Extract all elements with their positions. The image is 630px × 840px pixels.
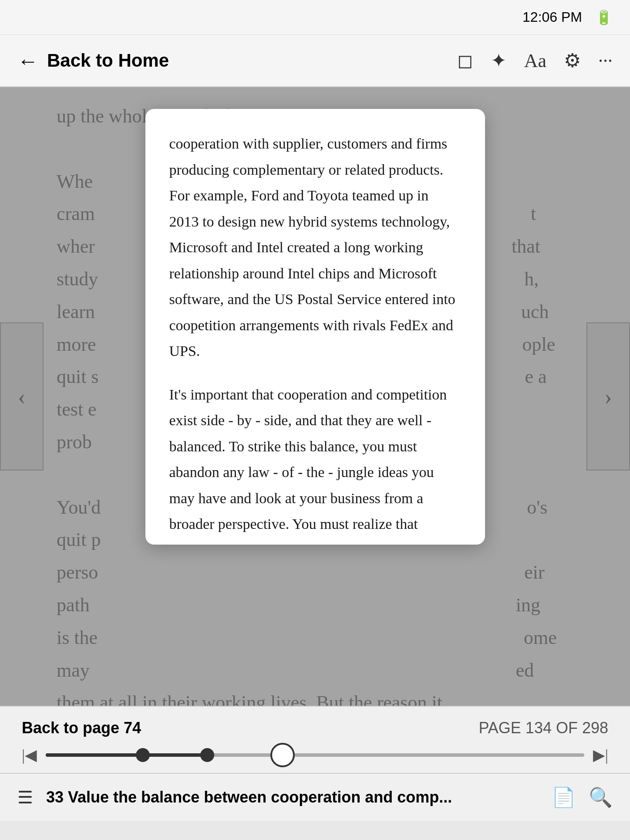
nav-bar: ← Back to Home ◻ ✦ Aa ⚙ ···	[0, 35, 630, 87]
chapter-bar: ☰ 33 Value the balance between cooperati…	[0, 773, 630, 821]
brightness-icon[interactable]: ✦	[491, 49, 507, 72]
more-options-icon[interactable]: ···	[598, 50, 613, 72]
bookmark-icon[interactable]: ◻	[457, 49, 473, 72]
nav-right: ◻ ✦ Aa ⚙ ···	[457, 49, 613, 72]
search-icon[interactable]: 🔍	[589, 786, 613, 809]
back-arrow-icon[interactable]: ←	[17, 49, 38, 73]
nav-left: ← Back to Home	[17, 49, 457, 73]
font-size-icon[interactable]: Aa	[524, 50, 546, 72]
popup-paragraph-2: It's important that cooperation and comp…	[169, 382, 461, 545]
reading-area: up the whole night before. Whe cram	[0, 87, 630, 706]
page-number-label: PAGE 134 OF 298	[479, 719, 609, 737]
slider-start-icon[interactable]: |◀	[22, 746, 37, 764]
slider-end-icon[interactable]: ▶|	[593, 746, 608, 764]
back-to-page-button[interactable]: Back to page 74	[22, 719, 141, 737]
page-info-row: Back to page 74 PAGE 134 OF 298	[0, 707, 630, 742]
slider-circle[interactable]	[270, 743, 295, 767]
status-bar: 12:06 PM 🔋	[0, 0, 630, 35]
back-to-home-label[interactable]: Back to Home	[47, 50, 169, 71]
bottom-bar: Back to page 74 PAGE 134 OF 298 |◀ ▶|	[0, 706, 630, 773]
chapter-title-label: 33 Value the balance between cooperation…	[46, 788, 539, 806]
popup-card: cooperation with supplier, customers and…	[145, 109, 485, 545]
slider-fill-1	[46, 753, 143, 757]
slider-track[interactable]	[46, 753, 584, 757]
note-icon[interactable]: 📄	[552, 786, 576, 809]
status-time: 12:06 PM	[522, 9, 582, 25]
toc-icon[interactable]: ☰	[17, 787, 33, 808]
slider-fill-2	[143, 753, 207, 757]
popup-overlay: cooperation with supplier, customers and…	[0, 87, 630, 706]
slider-dot-2[interactable]	[200, 748, 214, 762]
popup-paragraph-1: cooperation with supplier, customers and…	[169, 131, 461, 364]
settings-icon[interactable]: ⚙	[564, 49, 581, 72]
progress-slider[interactable]: |◀ ▶|	[0, 742, 630, 773]
battery-icon: 🔋	[595, 9, 613, 26]
